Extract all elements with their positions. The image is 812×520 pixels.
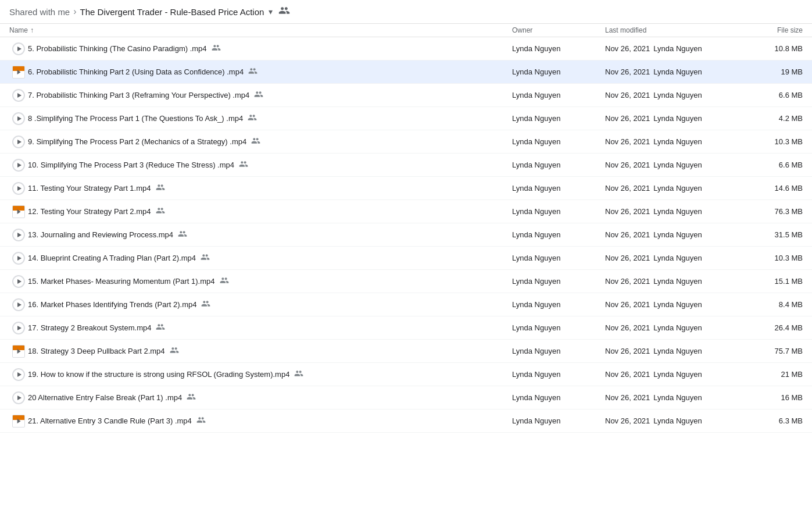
file-size: 10.8 MB (745, 44, 803, 53)
thumbnail-icon (12, 205, 25, 218)
breadcrumb-shared-with-me[interactable]: Shared with me (9, 7, 70, 17)
breadcrumb-folder-name: The Divergent Trader - Rule-Based Price … (80, 7, 264, 17)
play-icon (12, 159, 25, 172)
file-icon (9, 275, 28, 288)
file-name-text: 16. Market Phases Identifying Trends (Pa… (28, 300, 196, 309)
file-size: 15.1 MB (745, 277, 803, 286)
file-modified-by: Lynda Nguyen (653, 370, 702, 379)
file-size: 19 MB (745, 67, 803, 76)
file-modified-date: Nov 26, 2021 (605, 91, 650, 99)
file-owner: Lynda Nguyen (512, 114, 605, 123)
file-modified-date: Nov 26, 2021 (605, 277, 650, 286)
file-modified-date: Nov 26, 2021 (605, 67, 650, 76)
file-name-text: 6. Probabilistic Thinking Part 2 (Using … (28, 67, 244, 76)
file-modified-date: Nov 26, 2021 (605, 44, 650, 53)
file-owner: Lynda Nguyen (512, 137, 605, 146)
col-header-owner[interactable]: Owner (512, 26, 605, 34)
file-modified-by: Lynda Nguyen (653, 347, 702, 355)
play-icon (12, 229, 25, 241)
file-modified-date: Nov 26, 2021 (605, 137, 650, 146)
file-owner: Lynda Nguyen (512, 67, 605, 76)
file-icon (9, 42, 28, 55)
file-owner: Lynda Nguyen (512, 44, 605, 53)
folder-share-icon[interactable] (278, 5, 290, 19)
shared-icon (178, 229, 187, 240)
file-name-column: 15. Market Phases- Measuring Momentum (P… (28, 276, 512, 287)
shared-icon (251, 136, 260, 147)
file-icon (9, 89, 28, 102)
file-name-column: 10. Simplifying The Process Part 3 (Redu… (28, 159, 512, 170)
file-icon (9, 252, 28, 265)
file-modified: Nov 26, 2021Lynda Nguyen (605, 67, 745, 76)
table-row[interactable]: 19. How to know if the structure is stro… (0, 363, 812, 386)
file-modified: Nov 26, 2021Lynda Nguyen (605, 416, 745, 425)
play-icon (12, 112, 25, 125)
sort-arrow-icon: ↑ (30, 26, 34, 34)
file-name-text: 12. Testing Your Strategy Part 2.mp4 (28, 207, 151, 216)
play-icon (12, 298, 25, 311)
file-size: 6.6 MB (745, 91, 803, 99)
table-row[interactable]: 16. Market Phases Identifying Trends (Pa… (0, 293, 812, 316)
file-size: 6.3 MB (745, 416, 803, 425)
file-modified-by: Lynda Nguyen (653, 207, 702, 216)
file-modified-date: Nov 26, 2021 (605, 207, 650, 216)
file-size: 8.4 MB (745, 300, 803, 309)
table-row[interactable]: 20 Alternative Entry False Break (Part 1… (0, 386, 812, 409)
shared-icon (201, 252, 210, 263)
file-name-text: 5. Probabilistic Thinking (The Casino Pa… (28, 44, 207, 53)
file-modified: Nov 26, 2021Lynda Nguyen (605, 323, 745, 332)
table-row[interactable]: 12. Testing Your Strategy Part 2.mp4Lynd… (0, 200, 812, 223)
col-header-name[interactable]: Name ↑ (9, 26, 512, 34)
table-row[interactable]: 6. Probabilistic Thinking Part 2 (Using … (0, 60, 812, 84)
file-size: 76.3 MB (745, 207, 803, 216)
file-icon (9, 229, 28, 241)
table-row[interactable]: 9. Simplifying The Process Part 2 (Mecha… (0, 130, 812, 154)
col-header-modified[interactable]: Last modified (605, 26, 745, 34)
file-modified-date: Nov 26, 2021 (605, 161, 650, 169)
file-name-column: 5. Probabilistic Thinking (The Casino Pa… (28, 43, 512, 54)
file-modified: Nov 26, 2021Lynda Nguyen (605, 44, 745, 53)
table-row[interactable]: 21. Alternative Entry 3 Candle Rule (Par… (0, 409, 812, 433)
table-row[interactable]: 7. Probabilistic Thinking Part 3 (Refram… (0, 84, 812, 107)
table-row[interactable]: 11. Testing Your Strategy Part 1.mp4Lynd… (0, 177, 812, 200)
table-row[interactable]: 18. Strategy 3 Deep Pullback Part 2.mp4L… (0, 340, 812, 363)
table-row[interactable]: 17. Strategy 2 Breakout System.mp4Lynda … (0, 316, 812, 340)
file-modified-by: Lynda Nguyen (653, 416, 702, 425)
table-row[interactable]: 13. Journaling and Reviewing Process.mp4… (0, 223, 812, 247)
shared-icon (248, 113, 257, 124)
shared-icon (239, 159, 248, 170)
table-row[interactable]: 5. Probabilistic Thinking (The Casino Pa… (0, 37, 812, 60)
table-header: Name ↑ Owner Last modified File size (0, 24, 812, 37)
file-modified-date: Nov 26, 2021 (605, 230, 650, 239)
file-modified-by: Lynda Nguyen (653, 67, 702, 76)
file-modified: Nov 26, 2021Lynda Nguyen (605, 370, 745, 379)
file-owner: Lynda Nguyen (512, 230, 605, 239)
file-modified-by: Lynda Nguyen (653, 161, 702, 169)
file-name-text: 19. How to know if the structure is stro… (28, 370, 289, 379)
play-icon (12, 136, 25, 148)
file-modified: Nov 26, 2021Lynda Nguyen (605, 347, 745, 355)
file-owner: Lynda Nguyen (512, 370, 605, 379)
shared-icon (294, 369, 303, 380)
file-modified: Nov 26, 2021Lynda Nguyen (605, 114, 745, 123)
file-size: 16 MB (745, 393, 803, 402)
file-modified-by: Lynda Nguyen (653, 254, 702, 262)
shared-icon (254, 90, 263, 101)
file-name-column: 20 Alternative Entry False Break (Part 1… (28, 392, 512, 403)
table-row[interactable]: 14. Blueprint Creating A Trading Plan (P… (0, 247, 812, 270)
table-row[interactable]: 15. Market Phases- Measuring Momentum (P… (0, 270, 812, 293)
table-row[interactable]: 8 .Simplifying The Process Part 1 (The Q… (0, 107, 812, 130)
file-name-column: 16. Market Phases Identifying Trends (Pa… (28, 299, 512, 310)
file-icon (9, 322, 28, 334)
file-name-text: 9. Simplifying The Process Part 2 (Mecha… (28, 137, 246, 146)
file-modified: Nov 26, 2021Lynda Nguyen (605, 254, 745, 262)
col-header-size[interactable]: File size (745, 26, 803, 34)
file-name-text: 13. Journaling and Reviewing Process.mp4 (28, 230, 173, 239)
file-size: 10.3 MB (745, 137, 803, 146)
file-icon (9, 205, 28, 218)
shared-icon (196, 415, 206, 426)
file-name-text: 18. Strategy 3 Deep Pullback Part 2.mp4 (28, 347, 165, 355)
file-owner: Lynda Nguyen (512, 161, 605, 169)
table-row[interactable]: 10. Simplifying The Process Part 3 (Redu… (0, 154, 812, 177)
folder-dropdown-icon[interactable]: ▾ (269, 7, 273, 16)
